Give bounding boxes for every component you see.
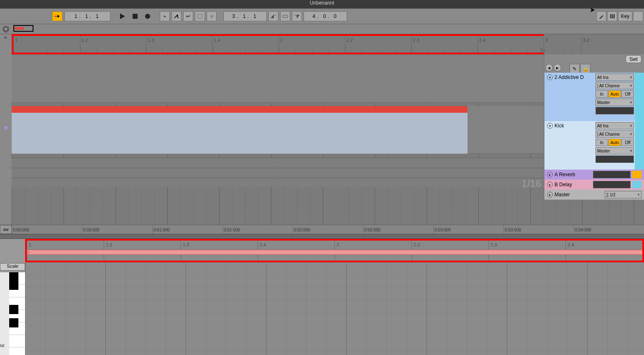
time-ruler[interactable]: aw 0:00:000 0:00:500 0:01:000 0:01:500 0…: [0, 225, 644, 234]
loop-switch[interactable]: [280, 11, 290, 21]
clip-loop-brace[interactable]: ▷: [27, 250, 642, 255]
scale-button[interactable]: Scale: [0, 263, 25, 271]
set-locator-button[interactable]: Set: [626, 55, 641, 63]
input-channel-select[interactable]: ¦ All Channe: [595, 130, 634, 138]
svg-rect-0: [133, 14, 138, 19]
pane-divider[interactable]: [0, 234, 644, 239]
track-fold-icon[interactable]: ▸: [547, 182, 553, 188]
track-lane[interactable]: [12, 55, 544, 103]
clip-editor: Scale lat 1 1.2 1.3 1.4 2 2.2 2.3: [0, 239, 644, 355]
draw-toggle[interactable]: aw: [0, 225, 12, 234]
time-label: 0:00:500: [82, 225, 152, 234]
input-channel-select[interactable]: ¦ All Channe: [595, 82, 634, 89]
output-select[interactable]: Master: [595, 147, 634, 155]
stop-button[interactable]: [130, 11, 141, 21]
next-locator-icon[interactable]: ►: [554, 64, 561, 71]
beat-ruler[interactable]: 1 1.2 1.3 1.4 2 2.2 2.3 2.4 ▷: [13, 36, 544, 53]
monitor-in[interactable]: In: [595, 139, 608, 146]
beat-label: 1.3: [148, 38, 154, 43]
svg-point-1: [145, 14, 150, 19]
midi-clip-body[interactable]: [12, 113, 468, 154]
midi-clip[interactable]: [12, 106, 468, 113]
loop-length-field[interactable]: 4. 0. 0: [304, 11, 347, 21]
input-type-select[interactable]: All Ins: [595, 122, 634, 129]
prev-locator-icon[interactable]: ◄: [545, 64, 553, 71]
track-headers: Set ◄ ► ✎ 🔒 ▾ 2 Addictive D: [544, 54, 644, 225]
monitor-in[interactable]: In: [595, 90, 608, 98]
time-label: 0:00:000: [12, 225, 82, 234]
rail-collapse-icon[interactable]: [3, 36, 8, 38]
clip-ruler-highlight: 1 1.2 1.3 1.4 2 2.2 2.3 2.4 ▷: [25, 239, 644, 262]
track-name[interactable]: Kick: [555, 123, 564, 129]
clip-beat-label: 2: [337, 242, 339, 247]
midi-note-grid[interactable]: [25, 262, 644, 355]
return-name: B Delay: [555, 182, 572, 188]
beat-label: 1.4: [214, 38, 220, 43]
grid-zoom-label: 1/16: [521, 178, 541, 190]
session-rec[interactable]: ○: [207, 11, 217, 21]
beat-label: 1.2: [82, 38, 88, 43]
monitor-off[interactable]: Off: [621, 139, 634, 146]
monitor-row: In Auto Off: [595, 90, 634, 98]
left-rail: [0, 34, 12, 225]
time-label: 0:04:000: [574, 225, 644, 234]
beat-label: 2.3: [413, 38, 419, 43]
punch-out[interactable]: [292, 11, 302, 21]
monitor-auto[interactable]: Auto: [608, 90, 621, 98]
output-select[interactable]: Master: [595, 99, 634, 106]
track-fold-icon[interactable]: ▾: [547, 74, 553, 80]
transport-bar: 1. 1. 1 ＋ ↩ ○ 3. 1. 1 4. 0. 0 Key: [0, 8, 644, 24]
track-fold-icon[interactable]: ▾: [547, 123, 553, 129]
track-name[interactable]: 2 Addictive D: [555, 74, 584, 80]
svg-rect-7: [613, 14, 615, 18]
track-fold-icon[interactable]: ▸: [547, 172, 553, 178]
beat-label: 2.4: [479, 38, 486, 43]
record-button[interactable]: [142, 11, 153, 21]
loop-start-field[interactable]: 3. 1. 1: [223, 11, 267, 21]
automation-arm[interactable]: [171, 11, 181, 21]
track-header[interactable]: ▾ 2 Addictive D All Ins ¦ All Channe In …: [544, 73, 644, 121]
svg-point-2: [176, 15, 178, 16]
master-header[interactable]: ▸ Master ¦¦ 1/2: [544, 190, 644, 200]
capture[interactable]: [195, 11, 205, 21]
midi-map[interactable]: [607, 11, 617, 21]
return-lane[interactable]: [12, 168, 544, 177]
cue-out-select[interactable]: ¦¦ 1/2: [605, 191, 641, 198]
return-header[interactable]: ▸ B Delay: [544, 180, 644, 190]
monitor-off[interactable]: Off: [621, 90, 634, 98]
return-lane[interactable]: [12, 158, 544, 167]
reenable-auto[interactable]: ↩: [183, 11, 193, 21]
track-header[interactable]: ▾ Kick All Ins ¦ All Channe In Auto Off …: [544, 121, 644, 170]
overdub-plus[interactable]: ＋: [160, 11, 170, 21]
svg-rect-4: [283, 15, 288, 18]
time-label: 0:03:000: [433, 225, 503, 234]
return-name: A Reverb: [555, 172, 575, 178]
close-overview-icon[interactable]: ✕: [3, 26, 9, 33]
clip-beat-label: 1: [29, 242, 31, 247]
input-type-select[interactable]: All Ins: [595, 74, 634, 81]
track-fold-icon[interactable]: ▸: [547, 192, 553, 198]
clip-beat-label: 2.3: [491, 242, 497, 247]
master-lane[interactable]: [12, 178, 544, 187]
return-header[interactable]: ▸ A Reverb: [544, 170, 644, 180]
position-field[interactable]: 1. 1. 1: [64, 11, 110, 21]
play-button[interactable]: [117, 11, 128, 21]
follow-button[interactable]: [52, 11, 63, 21]
punch-in[interactable]: [268, 11, 279, 21]
loop-start-icon[interactable]: ▷: [27, 250, 30, 254]
master-name: Master: [555, 192, 570, 198]
monitor-auto[interactable]: Auto: [608, 139, 621, 146]
track-meter: [595, 107, 634, 114]
overview-track[interactable]: [12, 24, 644, 34]
draw-mode[interactable]: [596, 11, 606, 21]
midi-in-indicator: [633, 11, 643, 21]
time-label: 0:03:500: [503, 225, 574, 234]
window-title: Unbenannt: [310, 0, 335, 6]
piano-roll-keys[interactable]: lat: [0, 272, 25, 355]
titlebar: Unbenannt: [0, 0, 644, 8]
key-map[interactable]: Key: [618, 11, 632, 21]
svg-rect-3: [198, 14, 202, 18]
clip-beat-label: 1.4: [260, 242, 266, 247]
track-lane[interactable]: [12, 106, 544, 154]
beat-label: 3.2: [583, 38, 589, 43]
